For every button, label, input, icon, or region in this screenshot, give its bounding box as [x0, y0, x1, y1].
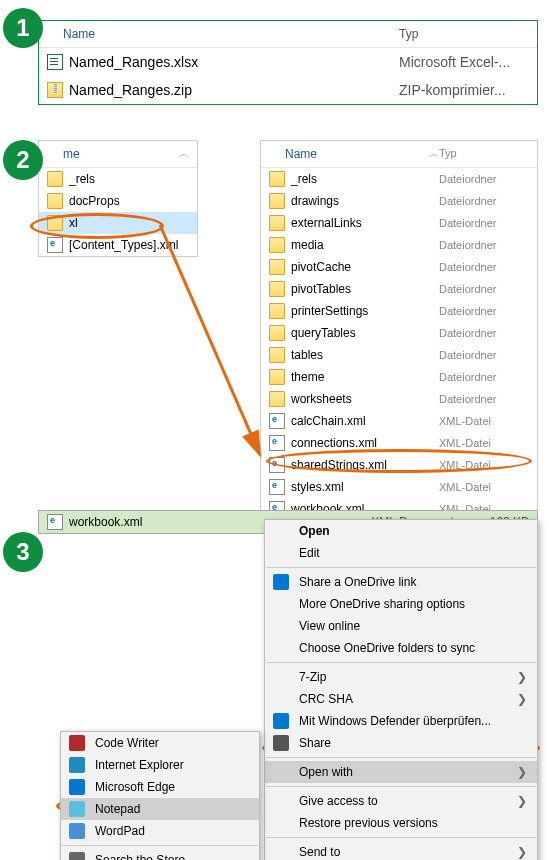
file-row[interactable]: printerSettingsDateiordner — [261, 300, 537, 322]
menu-item[interactable]: Open with❯ — [265, 761, 537, 783]
menu-item[interactable]: CRC SHA❯ — [265, 688, 537, 710]
file-row[interactable]: styles.xmlXML-Datei — [261, 476, 537, 498]
file-name: worksheets — [291, 392, 433, 406]
folder-icon — [269, 391, 285, 407]
file-type: ZIP-komprimier... — [399, 82, 529, 98]
submenu-item-label: Search the Store — [95, 853, 185, 860]
file-row[interactable]: mediaDateiordner — [261, 234, 537, 256]
file-row[interactable]: _rels — [39, 168, 197, 190]
menu-item-label: Choose OneDrive folders to sync — [299, 641, 475, 655]
context-menu: OpenEditShare a OneDrive linkMore OneDri… — [264, 519, 538, 860]
menu-item-label: Share — [299, 736, 331, 750]
menu-item[interactable]: Edit — [265, 542, 537, 564]
file-name: printerSettings — [291, 304, 433, 318]
file-row[interactable]: _relsDateiordner — [261, 168, 537, 190]
file-row[interactable]: worksheetsDateiordner — [261, 388, 537, 410]
menu-item-label: Give access to — [299, 794, 378, 808]
file-type: Dateiordner — [439, 305, 529, 317]
xml-icon — [269, 413, 285, 429]
file-row[interactable]: externalLinksDateiordner — [261, 212, 537, 234]
store-icon — [69, 852, 85, 860]
file-name: Named_Ranges.xlsx — [69, 54, 393, 70]
file-row[interactable]: pivotTablesDateiordner — [261, 278, 537, 300]
file-name: connections.xml — [291, 436, 433, 450]
submenu-item[interactable]: Search the Store — [61, 849, 259, 860]
folder-icon — [269, 193, 285, 209]
menu-item[interactable]: Restore previous versions — [265, 812, 537, 834]
submenu-item[interactable]: Microsoft Edge — [61, 776, 259, 798]
menu-item-label: Send to — [299, 845, 340, 859]
file-type: Dateiordner — [439, 173, 529, 185]
menu-item[interactable]: View online — [265, 615, 537, 637]
file-name: styles.xml — [291, 480, 433, 494]
file-row[interactable]: [Content_Types].xml — [39, 234, 197, 256]
file-type: Dateiordner — [439, 349, 529, 361]
file-type: XML-Datei — [439, 437, 529, 449]
header-type[interactable]: Typ — [439, 147, 529, 161]
folder-icon — [269, 303, 285, 319]
file-type: Dateiordner — [439, 393, 529, 405]
header-type[interactable]: Typ — [399, 27, 529, 41]
file-row[interactable]: themeDateiordner — [261, 366, 537, 388]
file-row[interactable]: Named_Ranges.zipZIP-komprimier... — [39, 76, 537, 104]
file-name: docProps — [69, 194, 120, 208]
file-row[interactable]: connections.xmlXML-Datei — [261, 432, 537, 454]
file-name: xl — [69, 216, 78, 230]
submenu-item-label: Code Writer — [95, 736, 159, 750]
file-type: Dateiordner — [439, 327, 529, 339]
menu-item-label: Edit — [299, 546, 320, 560]
submenu-item-label: Notepad — [95, 802, 140, 816]
notepad-icon — [69, 801, 85, 817]
menu-item[interactable]: Open — [265, 520, 537, 542]
menu-item-label: View online — [299, 619, 360, 633]
menu-item[interactable]: Choose OneDrive folders to sync — [265, 637, 537, 659]
file-row[interactable]: docProps — [39, 190, 197, 212]
menu-item-label: More OneDrive sharing options — [299, 597, 465, 611]
menu-item[interactable]: Share a OneDrive link — [265, 571, 537, 593]
file-explorer-panel-1: Name Typ Named_Ranges.xlsxMicrosoft Exce… — [38, 20, 538, 105]
file-name: Named_Ranges.zip — [69, 82, 393, 98]
submenu-item[interactable]: Code Writer — [61, 732, 259, 754]
share-icon — [273, 735, 289, 751]
file-row[interactable]: Named_Ranges.xlsxMicrosoft Excel-... — [39, 48, 537, 76]
menu-item[interactable]: Give access to❯ — [265, 790, 537, 812]
file-row[interactable]: tablesDateiordner — [261, 344, 537, 366]
menu-item-label: Mit Windows Defender überprüfen... — [299, 714, 491, 728]
wordpad-icon — [69, 823, 85, 839]
xml-icon — [269, 479, 285, 495]
xml-icon — [269, 435, 285, 451]
file-row[interactable]: sharedStrings.xmlXML-Datei — [261, 454, 537, 476]
header-name[interactable]: Name — [47, 27, 399, 41]
file-row[interactable]: xl — [39, 212, 197, 234]
menu-item[interactable]: 7-Zip❯ — [265, 666, 537, 688]
submenu-item[interactable]: Internet Explorer — [61, 754, 259, 776]
cloud-icon — [273, 574, 289, 590]
file-row[interactable]: queryTablesDateiordner — [261, 322, 537, 344]
submenu-item[interactable]: Notepad — [61, 798, 259, 820]
header-name[interactable]: Name — [269, 147, 421, 161]
submenu-item-label: Microsoft Edge — [95, 780, 175, 794]
chevron-right-icon: ❯ — [517, 765, 527, 779]
menu-item[interactable]: More OneDrive sharing options — [265, 593, 537, 615]
file-type: Dateiordner — [439, 261, 529, 273]
chevron-right-icon: ❯ — [517, 794, 527, 808]
zip-icon — [47, 82, 63, 98]
file-type: Dateiordner — [439, 371, 529, 383]
menu-item[interactable]: Mit Windows Defender überprüfen... — [265, 710, 537, 732]
shield-icon — [273, 713, 289, 729]
file-type: Microsoft Excel-... — [399, 54, 529, 70]
menu-item[interactable]: Share — [265, 732, 537, 754]
menu-item[interactable]: Send to❯ — [265, 841, 537, 860]
file-name: queryTables — [291, 326, 433, 340]
file-name: pivotTables — [291, 282, 433, 296]
file-type: Dateiordner — [439, 217, 529, 229]
file-row[interactable]: drawingsDateiordner — [261, 190, 537, 212]
header-name[interactable]: me — [47, 147, 171, 161]
file-row[interactable]: pivotCacheDateiordner — [261, 256, 537, 278]
file-row[interactable]: calcChain.xmlXML-Datei — [261, 410, 537, 432]
submenu-item[interactable]: WordPad — [61, 820, 259, 842]
column-headers: Name Typ — [39, 21, 537, 48]
step-badge-1: 1 — [3, 8, 43, 48]
xlsx-icon — [47, 54, 63, 70]
file-type: Dateiordner — [439, 283, 529, 295]
